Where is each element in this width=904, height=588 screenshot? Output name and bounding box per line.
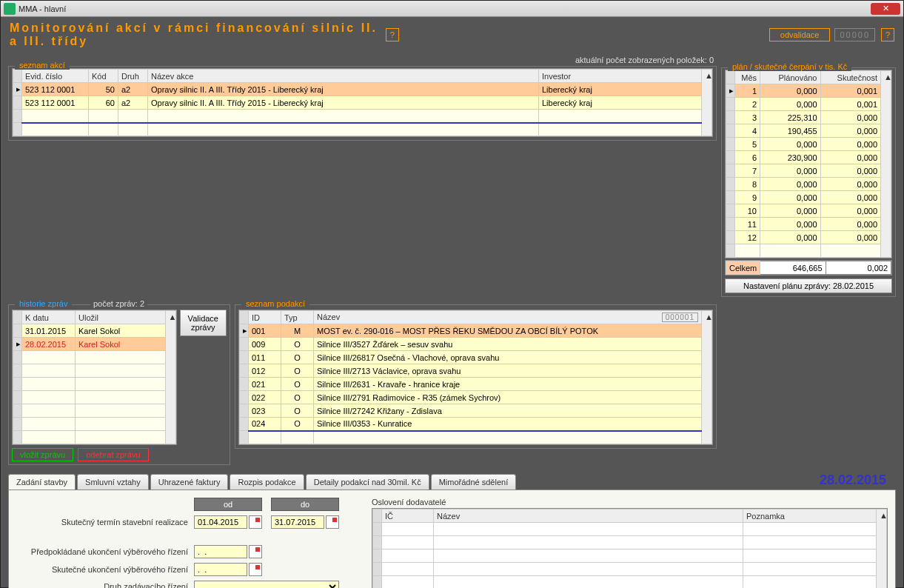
predukonc-label: Předpokládané ukončení výběrového řízení (16, 547, 194, 556)
header: Monitorování akcí v rámci financování si… (1, 17, 903, 53)
skutukonc-label: Skutečné ukončení výběrového řízení (16, 565, 194, 574)
podakce-row[interactable]: 024OSilnice III/0353 - Kunratice (240, 418, 712, 431)
col-dodav-nazev[interactable]: Název (434, 510, 743, 523)
window-title: MMA - hlavní (19, 4, 871, 13)
plan-row[interactable]: 6230,9000,000 (726, 151, 891, 164)
scrollbar[interactable]: ▲ (165, 311, 175, 444)
tab-mimoradne[interactable]: Mimořádné sdělení (431, 474, 517, 490)
dodav-grid[interactable]: IČ Název Poznamka ▲ (372, 508, 888, 588)
panel-title-akce: seznam akcí (15, 61, 70, 70)
historie-grid[interactable]: K datu Uložil ▲ 31.01.2015Karel Sokol ▸2… (12, 310, 177, 445)
filter-row[interactable] (240, 431, 712, 444)
akce-grid[interactable]: Evid. číslo Kód Druh Název akce Investor… (12, 68, 713, 137)
calendar-icon[interactable] (249, 563, 262, 576)
podakce-grid[interactable]: ID Typ Název 000001 ▲ ▸001MMOST ev. č. 2… (238, 310, 713, 445)
sub-id-display: 000001 (662, 313, 698, 322)
realizace-do-input[interactable] (271, 515, 324, 529)
podakce-row[interactable]: 021OSilnice III/2631 - Kravaře - hranice… (240, 378, 712, 391)
insert-report-button[interactable]: vložit zprávu (12, 448, 73, 461)
col-ulozil[interactable]: Uložil (76, 311, 166, 324)
akce-row[interactable]: ▸ 523 112 0001 50 a2 Opravy silnic II. A… (13, 83, 712, 96)
od-header: od (194, 498, 262, 511)
podakce-row[interactable]: 011OSilnice III/26817 Osečná - Vlachové,… (240, 351, 712, 364)
akce-status: aktuální počet zobrazených položek: 0 (575, 56, 714, 64)
col-nazev[interactable]: Název akce (148, 70, 539, 83)
predukonc-input[interactable] (194, 545, 247, 558)
plan-row[interactable]: 70,0000,000 (726, 164, 891, 178)
remove-report-button[interactable]: odebrat zprávu (78, 448, 148, 461)
podakce-row[interactable]: ▸001MMOST ev. č. 290-016 – MOST PŘES ŘEK… (240, 324, 712, 338)
plan-row[interactable]: 110,0000,000 (726, 218, 891, 231)
do-header: do (271, 498, 339, 511)
col-kod[interactable]: Kód (89, 70, 118, 83)
filter-row[interactable] (13, 123, 712, 136)
plan-row[interactable]: 80,0000,000 (726, 178, 891, 191)
tab-body: 28.02.2015 od do Skutečný termín stavebn… (8, 490, 896, 588)
odvalidace-button[interactable]: odvalidace (769, 28, 831, 41)
col-investor[interactable]: Investor (539, 70, 702, 83)
druh-select[interactable] (194, 581, 339, 588)
tabs: Zadání stavby Smluvní vztahy Uhrazené fa… (8, 474, 896, 490)
col-kdatu[interactable]: K datu (22, 311, 76, 324)
plan-row[interactable]: 3225,3100,000 (726, 111, 891, 124)
col-nazev-sub[interactable]: Název 000001 (314, 311, 702, 324)
historie-count: počet zpráv: 2 (90, 299, 147, 308)
plan-row[interactable]: 100,0000,000 (726, 204, 891, 218)
col-mes[interactable]: Měs (735, 71, 760, 84)
col-typ[interactable]: Typ (281, 311, 314, 324)
podakce-row[interactable]: 022OSilnice III/2791 Radimovice - R35 (z… (240, 391, 712, 404)
validate-button[interactable]: Validace zprávy (180, 310, 227, 336)
plan-row[interactable]: 4190,4550,000 (726, 124, 891, 138)
panel-title-historie: historie zpráv (15, 299, 72, 308)
panel-title-podakce: seznam podakcí (241, 299, 309, 308)
skutukonc-input[interactable] (194, 563, 247, 576)
counter-display: 00000 (834, 28, 875, 41)
tab-faktury[interactable]: Uhrazené faktury (150, 474, 229, 490)
col-plan[interactable]: Plánováno (760, 71, 821, 84)
plan-row[interactable]: 90,0000,000 (726, 191, 891, 204)
plan-row[interactable]: 50,0000,000 (726, 138, 891, 151)
historie-row[interactable]: 31.01.2015Karel Sokol (13, 324, 176, 338)
col-pozn[interactable]: Poznamka (743, 510, 877, 523)
page-title: Monitorování akcí v rámci financování si… (10, 21, 380, 48)
col-skut[interactable]: Skutečnost (820, 71, 881, 84)
calendar-icon[interactable] (326, 515, 339, 529)
app-icon (4, 3, 16, 15)
realizace-label: Skutečný termín stavební realizace (16, 518, 194, 527)
tab-rozpis[interactable]: Rozpis podakce (230, 474, 304, 490)
titlebar: MMA - hlavní ✕ (1, 1, 903, 17)
close-icon[interactable]: ✕ (871, 3, 900, 15)
plan-row[interactable]: 20,0000,001 (726, 98, 891, 111)
report-date: 28.02.2015 (820, 472, 886, 488)
scrollbar[interactable]: ▲ (702, 311, 712, 444)
podakce-row[interactable]: 009OSilnice III/3527 Žďárek – sesuv svah… (240, 338, 712, 351)
plan-row[interactable]: ▸10,0000,001 (726, 84, 891, 98)
help-icon-2[interactable]: ? (881, 28, 894, 41)
calendar-icon[interactable] (249, 515, 262, 529)
tab-zadani[interactable]: Zadání stavby (8, 474, 76, 490)
scrollbar[interactable]: ▲ (877, 510, 887, 589)
akce-row[interactable]: 523 112 0001 60 a2 Opravy silnic II. A I… (13, 96, 712, 110)
plan-row[interactable]: 120,0000,000 (726, 231, 891, 244)
plan-grid[interactable]: Měs Plánováno Skutečnost ▲ ▸10,0000,001 … (725, 70, 892, 258)
panel-title-plan: plán / skutečné čerpání v tis. Kč (728, 62, 851, 71)
realizace-od-input[interactable] (194, 515, 247, 529)
col-evid[interactable]: Evid. číslo (22, 70, 89, 83)
dodav-title: Oslovení dodavatelé (372, 498, 888, 507)
plan-settings-button[interactable]: Nastavení plánu zprávy: 28.02.2015 (725, 278, 892, 293)
scrollbar[interactable]: ▲ (881, 71, 891, 258)
tab-detaily[interactable]: Detaily podakcí nad 30mil. Kč (306, 474, 429, 490)
plan-total-row: Celkem 646,665 0,002 (726, 261, 891, 275)
podakce-row[interactable]: 023OSilnice III/27242 Křižany - Zdislava (240, 404, 712, 418)
historie-row[interactable]: ▸28.02.2015Karel Sokol (13, 338, 176, 351)
help-icon[interactable]: ? (386, 28, 399, 41)
druh-label: Druh zadávacího řízení (16, 582, 194, 588)
tab-smluvni[interactable]: Smluvní vztahy (77, 474, 149, 490)
scrollbar[interactable]: ▲ (702, 70, 712, 136)
podakce-row[interactable]: 012OSilnice III/2713 Václavice, oprava s… (240, 364, 712, 378)
calendar-icon[interactable] (249, 545, 262, 558)
col-ic[interactable]: IČ (382, 510, 434, 523)
col-druh[interactable]: Druh (118, 70, 148, 83)
col-id[interactable]: ID (249, 311, 281, 324)
